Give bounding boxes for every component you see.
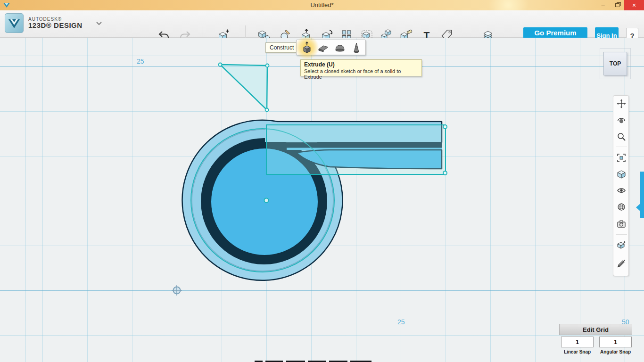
origin-marker <box>172 285 182 296</box>
zoom-button[interactable] <box>615 131 627 143</box>
minimize-button[interactable]: – <box>596 0 610 10</box>
fit-icon <box>617 153 626 163</box>
nav-separator <box>616 234 627 235</box>
screenshot-button[interactable] <box>615 218 627 230</box>
shaded-view-button[interactable] <box>615 168 627 181</box>
tooltip-body: Select a closed sketch or face of a soli… <box>304 68 418 80</box>
model-solid[interactable] <box>182 120 442 280</box>
extrude-button[interactable] <box>298 40 315 55</box>
orbit-icon <box>617 115 626 125</box>
sketch-center-point[interactable] <box>264 198 269 203</box>
sketch-triangle[interactable] <box>219 63 269 112</box>
brand-logo-icon <box>5 13 24 33</box>
restore-icon <box>615 3 619 7</box>
brand-product: 123D® DESIGN <box>28 22 83 30</box>
revolve-button[interactable] <box>331 40 348 55</box>
pan-icon <box>617 99 626 108</box>
sketch-circle[interactable] <box>191 129 334 272</box>
edit-grid-label: Edit Grid <box>583 326 609 333</box>
selection-box[interactable] <box>266 125 447 175</box>
camera-icon <box>617 219 626 229</box>
main-toolbar: AUTODESK® 123D® DESIGN <box>0 10 644 38</box>
app-menu[interactable]: AUTODESK® 123D® DESIGN <box>5 13 102 33</box>
vertex-handle[interactable] <box>266 64 269 67</box>
viewcube-top-face[interactable]: TOP <box>603 52 627 75</box>
tooltip-title: Extrude (U) <box>304 61 418 68</box>
restore-button[interactable] <box>610 0 624 10</box>
selection-handle[interactable] <box>443 171 447 175</box>
vertex-handle[interactable] <box>219 63 222 66</box>
visibility-button[interactable] <box>615 184 627 197</box>
angular-snap-input[interactable] <box>599 337 632 347</box>
construct-flyout <box>296 40 366 55</box>
selection-handle[interactable] <box>443 125 447 129</box>
revolve-icon <box>334 42 346 53</box>
sweep-button[interactable] <box>315 40 331 55</box>
zoom-icon <box>617 132 626 141</box>
titlebar: Untitled* – × <box>0 0 644 10</box>
edit-grid-button[interactable]: Edit Grid <box>559 324 632 335</box>
chevron-down-icon[interactable] <box>96 21 102 25</box>
minimize-icon: – <box>601 2 604 9</box>
loft-icon <box>351 42 362 53</box>
nav-separator <box>616 147 627 147</box>
wireframe-button[interactable] <box>615 201 627 213</box>
brand-text: AUTODESK® 123D® DESIGN <box>28 16 83 30</box>
hide-sketches-button[interactable] <box>615 257 627 270</box>
construct-flyout-label: Construct <box>265 42 298 53</box>
eye-icon <box>617 186 626 195</box>
pan-button[interactable] <box>615 98 627 110</box>
grid-label-25-bottom: 25 <box>397 318 405 326</box>
grid-label-25-left: 25 <box>137 58 144 65</box>
extrude-tooltip: Extrude (U) Select a closed sketch or fa… <box>300 59 422 76</box>
linear-snap-label: Linear Snap <box>561 349 594 354</box>
panel-expand-arrow-icon[interactable] <box>636 204 640 211</box>
linear-snap-input[interactable] <box>561 337 594 347</box>
close-icon: × <box>632 1 636 9</box>
loft-button[interactable] <box>348 40 364 55</box>
app-window: Untitled* – × AUTODESK® 123D® DESIGN <box>0 0 644 362</box>
material-effects-icon <box>617 240 626 249</box>
go-premium-label: Go Premium <box>523 28 587 38</box>
material-effects-button[interactable] <box>615 239 627 251</box>
angular-snap-label: Angular Snap <box>599 349 632 354</box>
shaded-view-icon <box>617 170 626 179</box>
fit-button[interactable] <box>615 152 627 164</box>
hide-sketches-icon <box>617 259 626 268</box>
window-title: Untitled* <box>0 0 644 10</box>
vertex-handle[interactable] <box>265 108 269 112</box>
wireframe-icon <box>617 202 626 212</box>
extrude-icon <box>301 41 313 54</box>
collapsed-panel-tab[interactable] <box>640 172 644 218</box>
viewport-canvas[interactable]: 25 25 50 <box>0 38 644 362</box>
orbit-button[interactable] <box>615 114 627 126</box>
navigation-toolbar <box>613 95 629 276</box>
sweep-icon <box>318 42 329 53</box>
close-button[interactable]: × <box>624 0 644 10</box>
viewcube-label: TOP <box>610 60 621 67</box>
